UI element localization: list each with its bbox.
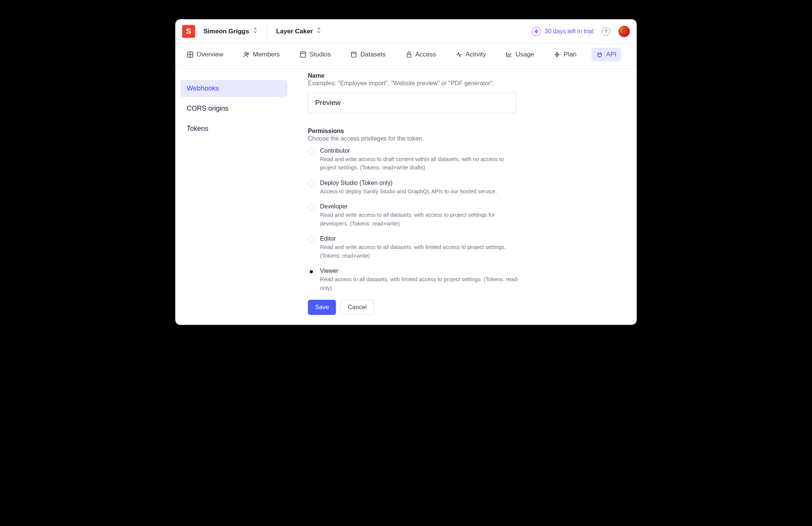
sidebar-item-webhooks[interactable]: Webhooks xyxy=(181,80,287,97)
sidebar-item-tokens[interactable]: Tokens xyxy=(181,120,287,137)
tab-datasets[interactable]: Datasets xyxy=(346,48,390,61)
save-button[interactable]: Save xyxy=(308,300,336,315)
tab-members[interactable]: Members xyxy=(239,48,284,61)
radio-title: Deploy Studio (Token only) xyxy=(320,180,497,186)
workspace-switcher[interactable]: Simeon Griggs xyxy=(203,27,267,35)
chevron-updown-icon xyxy=(317,27,321,35)
tab-access[interactable]: Access xyxy=(401,48,441,61)
radio-desc: Read and write access to all datasets, w… xyxy=(320,211,520,228)
help-icon[interactable]: ? xyxy=(602,27,610,36)
tab-settings[interactable]: Settings xyxy=(632,48,637,61)
app-window: S Simeon Griggs Layer Caker 30 days left… xyxy=(175,19,637,325)
svg-rect-5 xyxy=(407,54,411,57)
plug-icon xyxy=(596,51,603,58)
dashboard-icon xyxy=(187,51,194,58)
svg-point-4 xyxy=(351,52,356,53)
tabbar: Overview Members Studios Datasets Access xyxy=(175,44,637,66)
tab-activity[interactable]: Activity xyxy=(451,48,490,61)
name-input[interactable] xyxy=(308,92,516,113)
radio-developer[interactable]: Developer Read and write access to all d… xyxy=(308,203,520,228)
topbar: S Simeon Griggs Layer Caker 30 days left… xyxy=(175,19,637,44)
radio-contributor[interactable]: Contributor Read and write access to dra… xyxy=(308,147,520,172)
radio-icon xyxy=(308,180,315,187)
svg-point-2 xyxy=(247,53,249,55)
tab-overview[interactable]: Overview xyxy=(182,48,228,61)
users-icon xyxy=(243,51,250,58)
radio-icon xyxy=(308,268,315,275)
permissions-label: Permissions xyxy=(308,128,621,135)
lock-icon xyxy=(406,51,412,58)
name-label: Name xyxy=(308,72,621,79)
layout-icon xyxy=(300,51,306,58)
radio-desc: Access to deploy Sanity Studio and Graph… xyxy=(320,187,497,196)
radio-desc: Read access to all datasets, with limite… xyxy=(320,275,520,292)
bolt-icon xyxy=(554,51,561,58)
workspace-name: Simeon Griggs xyxy=(203,28,249,35)
tab-studios[interactable]: Studios xyxy=(295,48,336,61)
radio-desc: Read and write access to draft content w… xyxy=(320,155,520,172)
permissions-radio-group: Contributor Read and write access to dra… xyxy=(308,147,621,292)
cancel-button[interactable]: Cancel xyxy=(340,300,374,315)
gear-icon xyxy=(636,51,637,58)
radio-icon xyxy=(308,204,315,211)
trial-banner[interactable]: 30 days left in trial xyxy=(532,27,593,36)
project-name: Layer Caker xyxy=(276,28,313,35)
radio-title: Editor xyxy=(320,235,520,242)
token-form: Name Examples: "Employee import", "Websi… xyxy=(293,66,637,325)
radio-icon xyxy=(308,148,315,155)
radio-icon xyxy=(308,236,315,243)
form-actions: Save Cancel xyxy=(308,300,621,315)
radio-title: Contributor xyxy=(320,147,520,154)
trial-text: 30 days left in trial xyxy=(545,28,593,35)
project-switcher[interactable]: Layer Caker xyxy=(276,27,330,35)
radio-title: Developer xyxy=(320,203,520,210)
tab-usage[interactable]: Usage xyxy=(501,48,539,61)
api-sidebar: Webhooks CORS origins Tokens xyxy=(175,66,293,325)
name-help: Examples: "Employee import", "Website pr… xyxy=(308,80,621,87)
radio-deploy[interactable]: Deploy Studio (Token only) Access to dep… xyxy=(308,180,520,196)
database-icon xyxy=(350,51,357,58)
svg-point-1 xyxy=(245,52,247,55)
content-area: Webhooks CORS origins Tokens Name Exampl… xyxy=(175,66,637,325)
activity-icon xyxy=(456,51,462,58)
radio-editor[interactable]: Editor Read and write access to all data… xyxy=(308,235,520,260)
chevron-updown-icon xyxy=(253,27,258,35)
radio-viewer[interactable]: Viewer Read access to all datasets, with… xyxy=(308,268,520,292)
chart-icon xyxy=(506,51,512,58)
avatar[interactable] xyxy=(618,26,630,37)
radio-desc: Read and write access to all datasets, w… xyxy=(320,243,520,260)
bolt-icon xyxy=(532,27,541,36)
svg-rect-3 xyxy=(300,52,306,57)
separator xyxy=(267,19,267,44)
tab-plan[interactable]: Plan xyxy=(549,48,581,61)
radio-title: Viewer xyxy=(320,268,520,274)
brand-logo[interactable]: S xyxy=(182,25,195,38)
permissions-help: Choose the access privileges for the tok… xyxy=(308,135,621,142)
sidebar-item-cors[interactable]: CORS origins xyxy=(181,100,287,117)
tab-api[interactable]: API xyxy=(592,48,621,61)
